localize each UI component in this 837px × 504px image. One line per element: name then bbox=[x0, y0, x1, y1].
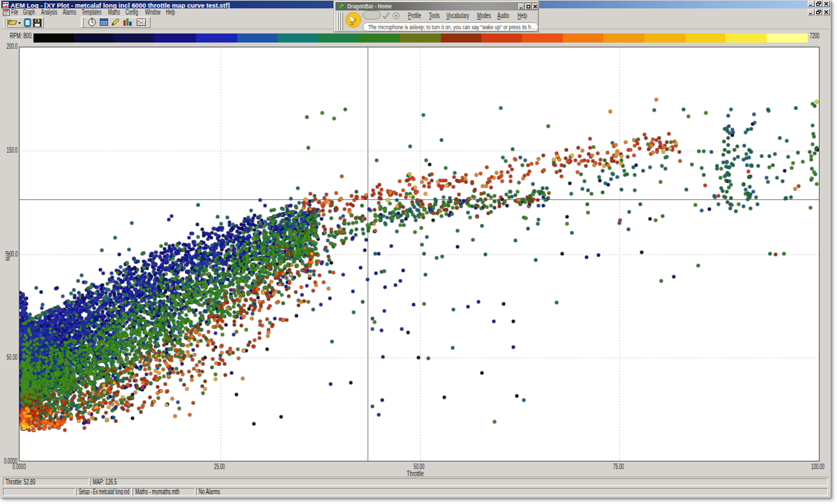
svg-text:zzz: zzz bbox=[350, 23, 354, 26]
